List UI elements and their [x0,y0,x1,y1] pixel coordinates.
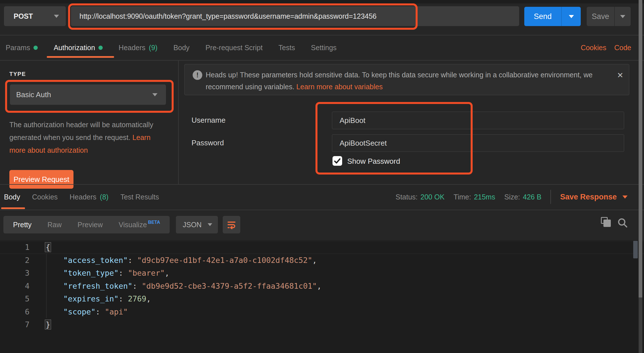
response-view-switcher: Pretty Raw Preview VisualizeBETA [3,216,170,233]
response-tab-test-results[interactable]: Test Results [120,193,159,201]
tab-headers[interactable]: Headers (9) [119,44,157,52]
panel-divider [178,60,179,184]
chevron-down-icon [622,195,628,199]
status-value: 200 OK [420,193,445,201]
view-tab-preview[interactable]: Preview [77,221,103,229]
code-token: "token_type" [63,269,119,277]
code-line-text: "refresh_token": "db9e9d52-cbe3-4379-a5f… [45,282,321,290]
size-label: Size: [504,193,520,201]
chevron-down-icon [208,223,212,226]
preview-request-label: Preview Request [14,175,70,184]
save-button[interactable]: Save [587,7,631,26]
response-body-editor[interactable]: 1{2 "access_token": "d9cb97ee-d1bf-42e1-… [0,240,644,353]
code-token: "access_token" [63,256,128,265]
send-button[interactable]: Send [524,7,581,26]
code-line[interactable]: 1{ [0,241,644,254]
line-number: 3 [0,269,30,277]
code-line[interactable]: 5 "expires_in": 2769, [0,292,644,305]
editor-scrollbar-thumb[interactable] [633,241,638,258]
warning-text: Heads up! These parameters hold sensitiv… [206,69,609,93]
code-line-text: "token_type": "bearer", [45,269,169,277]
code-token [45,256,63,265]
code-lines: 1{2 "access_token": "d9cb97ee-d1bf-42e1-… [0,241,644,331]
code-token: , [317,282,321,290]
view-tab-visualize-label: Visualize [119,221,147,229]
time-meta: Time: 215ms [454,193,495,201]
code-token: 2769 [128,294,146,303]
tab-tests-label: Tests [279,44,295,52]
response-tab-body-label: Body [4,193,20,201]
language-value: JSON [183,221,208,229]
code-line[interactable]: 7} [0,318,644,331]
copy-response-button[interactable] [601,217,612,228]
view-tab-pretty[interactable]: Pretty [13,221,31,229]
code-line-text: "scope": "api" [45,307,128,316]
chevron-down-icon [569,15,574,18]
tab-tests[interactable]: Tests [279,44,295,52]
code-line-text: { [45,243,51,252]
send-dropdown-button[interactable] [562,15,581,18]
code-link[interactable]: Code [614,44,631,52]
postman-window: POST Send Save Params Authorization Head… [0,0,644,353]
response-tab-body[interactable]: Body [4,193,20,201]
save-dropdown-button[interactable] [615,15,631,18]
chevron-down-icon [54,15,59,18]
code-token: "scope" [63,307,96,316]
size-value: 426 B [523,193,541,201]
username-label: Username [191,116,226,125]
response-tab-headers[interactable]: Headers (8) [70,193,108,201]
active-response-tab-underline [1,207,25,209]
cookies-link[interactable]: Cookies [581,44,606,52]
code-token: , [312,256,317,265]
time-value: 215ms [474,193,495,201]
size-meta: Size: 426 B [504,193,541,201]
code-token: "d9cb97ee-d1bf-42e1-a7a0-c1002df48c52" [137,256,312,265]
code-token: : [132,282,142,290]
active-tab-underline [47,56,114,58]
save-response-button[interactable]: Save Response [560,193,628,201]
beta-badge: BETA [148,220,160,225]
response-tab-test-results-label: Test Results [120,193,159,201]
language-select[interactable]: JSON [176,216,218,233]
code-line-text: "access_token": "d9cb97ee-d1bf-42e1-a7a0… [45,256,317,265]
code-token: { [45,242,51,252]
wrap-text-button[interactable] [223,216,240,233]
password-label: Password [191,139,224,147]
code-line[interactable]: 4 "refresh_token": "db9e9d52-cbe3-4379-a… [0,280,644,293]
code-token: : [128,256,137,265]
learn-more-variables-link[interactable]: Learn more about variables [296,83,383,91]
view-tab-raw[interactable]: Raw [47,221,62,229]
code-token: "bearer" [128,269,165,277]
warning-text-body: Heads up! These parameters hold sensitiv… [206,71,593,91]
tab-prerequest-label: Pre-request Script [205,44,262,52]
line-number: 7 [0,320,30,329]
close-banner-button[interactable]: ✕ [615,70,625,80]
tab-body[interactable]: Body [173,44,190,52]
tab-prerequest-script[interactable]: Pre-request Script [205,44,262,52]
save-response-label: Save Response [560,193,617,201]
close-icon: ✕ [617,71,624,80]
code-line[interactable]: 3 "token_type": "bearer", [0,267,644,280]
code-token: : [96,307,105,316]
method-select[interactable]: POST [4,6,66,26]
type-label: TYPE [9,71,26,77]
tab-params[interactable]: Params [6,44,38,52]
request-links: Cookies Code [581,35,631,60]
code-line[interactable]: 6 "scope": "api" [0,305,644,318]
search-response-button[interactable] [616,216,629,229]
code-token [45,294,63,303]
tab-authorization[interactable]: Authorization [54,44,103,52]
code-line[interactable]: 2 "access_token": "d9cb97ee-d1bf-42e1-a7… [0,254,644,267]
time-label: Time: [454,193,471,201]
top-strip [0,0,644,3]
code-line-text: } [45,320,51,329]
tab-headers-label: Headers [119,44,146,52]
code-token: } [45,320,51,329]
view-tab-visualize[interactable]: VisualizeBETA [119,221,160,229]
save-button-label: Save [587,12,614,21]
annotation-highlight-auth-type [5,80,174,113]
response-tab-cookies[interactable]: Cookies [32,193,58,201]
tab-settings[interactable]: Settings [311,44,336,52]
annotation-highlight-url [68,3,418,30]
app-scrollbar-thumb[interactable] [639,0,642,297]
